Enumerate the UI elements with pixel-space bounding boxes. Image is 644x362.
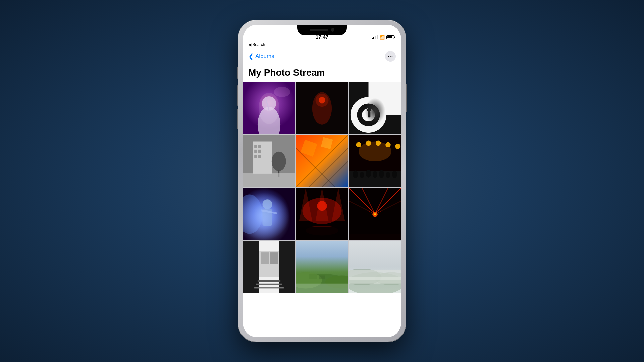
speaker bbox=[310, 29, 328, 31]
notch bbox=[297, 25, 347, 35]
svg-point-51 bbox=[263, 199, 272, 209]
svg-point-13 bbox=[357, 103, 380, 126]
front-camera bbox=[331, 28, 334, 32]
svg-rect-78 bbox=[261, 252, 269, 264]
svg-point-72 bbox=[374, 213, 376, 215]
svg-rect-55 bbox=[296, 188, 348, 240]
photo-cell[interactable] bbox=[243, 188, 295, 240]
svg-point-84 bbox=[296, 274, 348, 294]
photo-cell[interactable] bbox=[349, 82, 401, 134]
page-title: My Photo Stream bbox=[248, 67, 396, 78]
svg-point-6 bbox=[312, 92, 332, 125]
power-button[interactable] bbox=[406, 84, 407, 112]
svg-rect-75 bbox=[243, 241, 259, 293]
photo-cell[interactable] bbox=[243, 135, 295, 187]
photo-cell[interactable] bbox=[296, 135, 348, 187]
signal-icon bbox=[372, 35, 378, 39]
svg-rect-79 bbox=[270, 252, 278, 264]
svg-point-1 bbox=[258, 107, 280, 134]
svg-rect-20 bbox=[258, 145, 261, 148]
svg-point-57 bbox=[317, 201, 327, 211]
svg-point-44 bbox=[359, 142, 391, 162]
back-button[interactable]: ❮ Albums bbox=[248, 53, 274, 60]
photo-cell[interactable] bbox=[296, 188, 348, 240]
svg-rect-24 bbox=[258, 155, 261, 158]
svg-rect-11 bbox=[349, 115, 401, 135]
svg-line-29 bbox=[296, 135, 348, 187]
svg-rect-22 bbox=[258, 150, 261, 153]
svg-point-42 bbox=[386, 172, 390, 178]
photo-cell[interactable] bbox=[243, 82, 295, 134]
svg-rect-17 bbox=[243, 135, 295, 187]
svg-rect-18 bbox=[253, 142, 272, 175]
svg-point-49 bbox=[395, 144, 400, 149]
wifi-icon: 📶 bbox=[379, 35, 385, 40]
svg-rect-27 bbox=[243, 173, 295, 187]
svg-point-15 bbox=[367, 108, 371, 112]
photo-cell[interactable] bbox=[349, 135, 401, 187]
svg-line-68 bbox=[375, 188, 401, 214]
photo-grid bbox=[243, 82, 401, 293]
top-section: ◀ Search ❮ Albums ··· My Photo Stream bbox=[243, 42, 401, 82]
svg-rect-28 bbox=[296, 135, 348, 187]
photo-cell[interactable] bbox=[243, 241, 295, 293]
svg-rect-33 bbox=[301, 140, 317, 157]
back-label: Albums bbox=[255, 53, 274, 60]
status-right-icons: 📶 bbox=[372, 35, 394, 40]
svg-rect-83 bbox=[296, 241, 348, 293]
svg-rect-73 bbox=[349, 234, 401, 241]
svg-point-40 bbox=[373, 171, 377, 178]
svg-line-69 bbox=[375, 201, 401, 214]
svg-rect-74 bbox=[243, 241, 295, 293]
svg-rect-23 bbox=[254, 155, 257, 158]
svg-rect-16 bbox=[368, 112, 371, 118]
nav-bar: ❮ Albums ··· bbox=[243, 48, 401, 65]
svg-rect-34 bbox=[321, 137, 333, 149]
svg-marker-60 bbox=[299, 188, 312, 221]
svg-rect-87 bbox=[309, 274, 317, 279]
svg-rect-88 bbox=[319, 275, 325, 279]
battery-fill bbox=[387, 36, 392, 38]
svg-rect-10 bbox=[349, 82, 369, 134]
svg-rect-82 bbox=[254, 287, 284, 289]
svg-point-58 bbox=[306, 226, 338, 235]
svg-rect-36 bbox=[349, 171, 401, 187]
svg-rect-9 bbox=[349, 82, 401, 134]
svg-rect-94 bbox=[349, 270, 401, 280]
svg-rect-5 bbox=[296, 82, 348, 134]
svg-marker-62 bbox=[332, 188, 345, 221]
svg-point-2 bbox=[262, 96, 276, 111]
svg-point-39 bbox=[366, 170, 371, 177]
svg-line-67 bbox=[375, 188, 388, 214]
svg-point-38 bbox=[360, 172, 364, 178]
search-back-label[interactable]: ◀ Search bbox=[248, 42, 265, 47]
photo-cell[interactable] bbox=[349, 188, 401, 240]
svg-point-4 bbox=[274, 87, 290, 97]
svg-point-7 bbox=[319, 97, 325, 104]
svg-point-86 bbox=[325, 275, 348, 288]
svg-point-93 bbox=[375, 272, 401, 285]
svg-point-56 bbox=[303, 198, 342, 224]
chevron-left-icon: ❮ bbox=[248, 53, 254, 60]
svg-rect-50 bbox=[243, 188, 295, 240]
svg-point-12 bbox=[351, 97, 386, 133]
page-title-area: My Photo Stream bbox=[243, 65, 401, 82]
svg-rect-90 bbox=[349, 241, 401, 293]
svg-line-31 bbox=[322, 161, 348, 187]
svg-rect-81 bbox=[256, 284, 282, 285]
photo-cell[interactable] bbox=[296, 82, 348, 134]
photo-cell[interactable] bbox=[349, 241, 401, 293]
svg-rect-59 bbox=[296, 227, 348, 240]
svg-rect-53 bbox=[261, 209, 277, 214]
svg-point-37 bbox=[353, 170, 358, 178]
svg-rect-19 bbox=[254, 145, 257, 148]
photo-grid-container bbox=[243, 82, 401, 337]
photo-cell[interactable] bbox=[296, 241, 348, 293]
svg-point-8 bbox=[316, 94, 329, 107]
svg-line-70 bbox=[349, 201, 375, 214]
svg-rect-3 bbox=[265, 99, 270, 111]
more-button[interactable]: ··· bbox=[385, 51, 396, 62]
svg-point-45 bbox=[356, 142, 361, 147]
svg-point-41 bbox=[379, 170, 384, 178]
svg-point-85 bbox=[296, 272, 322, 289]
